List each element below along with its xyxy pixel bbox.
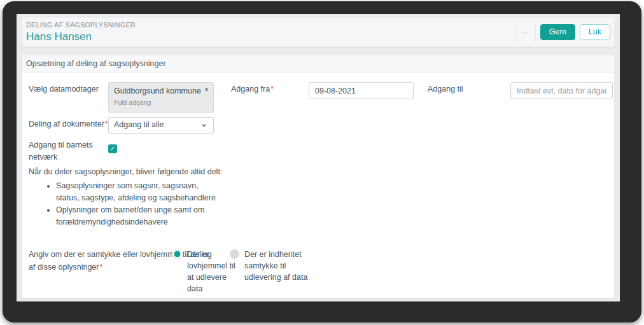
always-shared-info: Når du deler sagsoplysninger, bliver føl… (29, 166, 234, 228)
chevron-down-icon: ⌄ (200, 118, 208, 129)
screenshot-stage: DELING AF SAGSOPLYSNINGER Hans Hansen – … (0, 0, 644, 325)
radio-unselected-icon (230, 249, 239, 259)
minimize-dash-icon: – (515, 24, 535, 41)
page-title: Hans Hansen (26, 31, 136, 43)
app-background: DELING AF SAGSOPLYSNINGER Hans Hansen – … (17, 14, 620, 301)
checkmark-icon: ✓ (110, 145, 115, 152)
radio-samtykke[interactable]: Der er indhentet samtykke til udlevering… (230, 249, 314, 283)
recipient-dropdown-value: Guldborgsund kommune (114, 86, 208, 95)
recipient-access-level: Fuld adgang (114, 99, 208, 106)
document-sharing-select[interactable]: Adgang til alle ⌄ (108, 117, 214, 134)
list-item: Oplysninger om barnet/den unge samt om f… (56, 204, 219, 228)
required-marker: * (270, 85, 274, 93)
access-to-date-input[interactable] (510, 82, 613, 99)
access-from-label: Adgang fra* (231, 83, 274, 95)
document-sharing-select-value: Adgang til alle (114, 120, 164, 129)
save-button[interactable]: Gem (540, 24, 575, 41)
always-shared-list: Sagsoplysninger som sagsnr, sagsnavn, st… (29, 180, 234, 228)
access-from-date-input[interactable] (309, 82, 414, 99)
breadcrumb-label: DELING AF SAGSOPLYSNINGER (26, 21, 136, 29)
recipient-dropdown[interactable]: Guldborgsund kommune ▾ Fuld adgang (108, 82, 214, 113)
section-title: Opsætning af deling af sagsoplysninger (22, 55, 614, 73)
header-actions: – Gem Luk (515, 24, 610, 41)
divider (535, 24, 536, 41)
page-header-titles: DELING AF SAGSOPLYSNINGER Hans Hansen (26, 21, 136, 43)
close-button[interactable]: Luk (580, 24, 610, 41)
chevron-down-icon: ▾ (205, 86, 208, 93)
document-sharing-label: Deling af dokumenter* (29, 118, 108, 130)
required-marker: * (99, 263, 102, 272)
radio-label: Der er indhentet samtykke til udlevering… (244, 249, 314, 283)
network-access-label: Adgang til barnets netværk (29, 139, 104, 163)
section-body: Vælg datamodtager Guldborgsund kommune ▾… (22, 73, 614, 298)
radio-selected-icon (172, 249, 182, 259)
recipient-label: Vælg datamodtager (29, 83, 99, 95)
window-frame: DELING AF SAGSOPLYSNINGER Hans Hansen – … (3, 1, 641, 322)
required-marker: * (105, 120, 108, 128)
access-to-label: Adgang til (428, 83, 463, 95)
list-item: Sagsoplysninger som sagsnr, sagsnavn, st… (56, 180, 219, 204)
always-shared-intro: Når du deler sagsoplysninger, bliver føl… (29, 166, 234, 178)
sharing-settings-section: Opsætning af deling af sagsoplysninger V… (22, 55, 615, 298)
network-access-checkbox[interactable]: ✓ (108, 144, 117, 153)
page-header: DELING AF SAGSOPLYSNINGER Hans Hansen – … (22, 17, 615, 47)
